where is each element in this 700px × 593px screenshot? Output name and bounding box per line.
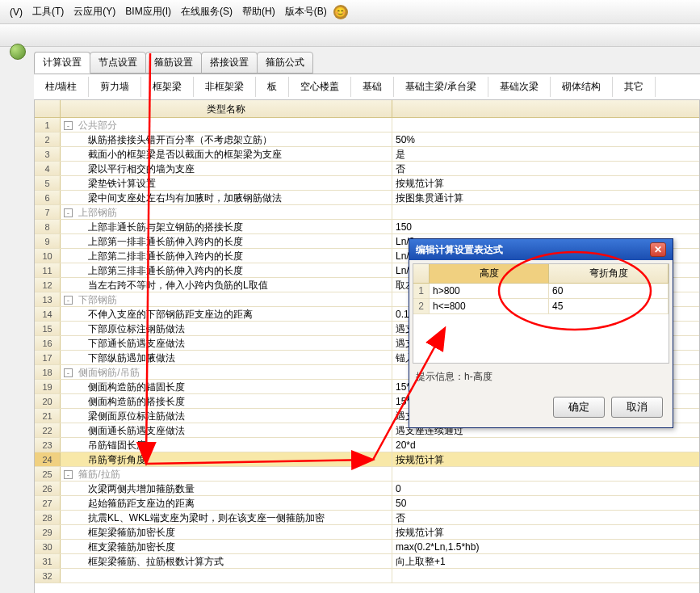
collapse-icon[interactable]: - (64, 208, 73, 217)
setting-name: 起始箍筋距支座边的距离 (61, 496, 392, 510)
subtab-shearwall[interactable]: 剪力墙 (89, 77, 141, 97)
cancel-button[interactable]: 取消 (611, 397, 663, 418)
dialog-title-text: 编辑计算设置表达式 (416, 243, 503, 257)
setting-value[interactable]: 50 (392, 496, 699, 510)
collapse-icon[interactable]: - (64, 296, 73, 305)
table-row[interactable]: 5梁垫铁计算设置按规范计算 (35, 176, 699, 191)
row-number: 6 (35, 191, 61, 204)
table-row[interactable]: 25 - 箍筋/拉筋 (35, 467, 699, 482)
table-row[interactable]: 4梁以平行相交的墙为支座否 (35, 162, 699, 176)
table-row[interactable]: 6梁中间支座处左右均有加腋时，加腋钢筋做法按图集贯通计算 (35, 191, 699, 205)
table-row[interactable]: 7 - 上部钢筋 (35, 205, 699, 220)
collapse-icon[interactable]: - (64, 368, 73, 377)
subtab-foundation[interactable]: 基础 (351, 77, 394, 97)
collapse-icon[interactable]: - (64, 470, 73, 479)
menu-item[interactable]: 帮助(H) (239, 3, 279, 20)
setting-value[interactable]: 否 (392, 162, 699, 175)
setting-value[interactable] (392, 467, 699, 481)
setting-name: - 箍筋/拉筋 (61, 467, 392, 481)
face-icon[interactable]: 😊 (333, 5, 348, 19)
subtab-hollow[interactable]: 空心楼盖 (289, 77, 351, 97)
row-number: 15 (35, 322, 61, 335)
collapse-icon[interactable]: - (64, 121, 73, 130)
setting-name: - 上部钢筋 (61, 205, 392, 219)
tab-stirrup-formula[interactable]: 箍筋公式 (257, 52, 313, 74)
subtab-slab[interactable]: 板 (256, 77, 289, 97)
menu-item[interactable]: (V) (6, 5, 26, 19)
setting-value[interactable]: 向上取整+1 (392, 554, 699, 568)
menu-item[interactable]: 云应用(Y) (70, 3, 119, 20)
setting-value[interactable] (392, 205, 699, 219)
subtab-column[interactable]: 柱/墙柱 (34, 77, 89, 97)
dialog-col-height[interactable]: 高度 (430, 264, 549, 283)
row-number: 5 (35, 176, 61, 190)
dialog-titlebar[interactable]: 编辑计算设置表达式 ✕ (409, 239, 673, 260)
table-row[interactable]: 24吊筋弯折角度按规范计算 (35, 452, 699, 467)
ok-button[interactable]: 确定 (553, 397, 605, 418)
menu-item[interactable]: 工具(T) (29, 3, 67, 20)
menu-item[interactable]: 版本号(B) (282, 3, 330, 20)
setting-value[interactable]: max(0.2*Ln,1.5*hb) (392, 540, 699, 553)
setting-name: 上部非通长筋与架立钢筋的搭接长度 (61, 220, 392, 233)
row-number: 28 (35, 511, 61, 524)
table-row[interactable]: 26次梁两侧共增加箍筋数量0 (35, 482, 699, 496)
menu-item[interactable]: 在线服务(S) (178, 3, 236, 20)
table-row[interactable]: 28抗震KL、WKL端支座为梁时，则在该支座一侧箍筋加密否 (35, 511, 699, 525)
setting-value[interactable]: 50% (392, 132, 699, 146)
setting-value[interactable]: 否 (392, 511, 699, 524)
dialog-col-angle[interactable]: 弯折角度 (549, 264, 669, 283)
setting-value[interactable]: 按规范计算 (392, 525, 699, 539)
setting-name: 框架梁箍筋、拉筋根数计算方式 (61, 554, 392, 568)
setting-value[interactable]: 150 (392, 220, 699, 233)
table-row[interactable]: 32 (35, 569, 699, 583)
setting-value[interactable]: 按规范计算 (392, 452, 699, 466)
setting-name: 不伸入支座的下部钢筋距支座边的距离 (61, 307, 392, 321)
subtab-nonframebeam[interactable]: 非框架梁 (194, 77, 256, 97)
dialog-row[interactable]: 1 h>800 60 (413, 284, 669, 299)
setting-value[interactable]: 0 (392, 482, 699, 495)
table-row[interactable]: 27起始箍筋距支座边的距离50 (35, 496, 699, 511)
tab-lap-settings[interactable]: 搭接设置 (201, 52, 258, 74)
menu-bar: (V) 工具(T) 云应用(Y) BIM应用(I) 在线服务(S) 帮助(H) … (0, 0, 700, 24)
app-icon (10, 44, 26, 60)
row-number: 10 (35, 249, 61, 263)
setting-name: 抗震KL、WKL端支座为梁时，则在该支座一侧箍筋加密 (61, 511, 392, 524)
setting-name: 上部第三排非通长筋伸入跨内的长度 (61, 263, 392, 277)
table-row[interactable]: 1 - 公共部分 (35, 118, 699, 132)
table-row[interactable]: 31框架梁箍筋、拉筋根数计算方式向上取整+1 (35, 554, 699, 569)
setting-value[interactable]: 是 (392, 147, 699, 161)
cell-angle[interactable]: 60 (549, 284, 669, 298)
subtab-other[interactable]: 其它 (613, 77, 656, 97)
row-number: 25 (35, 467, 61, 481)
tab-stirrup-settings[interactable]: 箍筋设置 (145, 52, 202, 74)
table-row[interactable]: 30框支梁箍筋加密长度max(0.2*Ln,1.5*hb) (35, 540, 699, 554)
subtab-foundbeam[interactable]: 基础主梁/承台梁 (394, 77, 488, 97)
table-row[interactable]: 23吊筋锚固长度20*d (35, 438, 699, 452)
cell-height[interactable]: h>800 (430, 284, 549, 298)
row-number: 23 (35, 438, 61, 452)
dialog-row[interactable]: 2 h<=800 45 (413, 299, 669, 314)
setting-value[interactable] (392, 118, 699, 132)
table-row[interactable]: 2纵筋搭接接头错开百分率（不考虑架立筋）50% (35, 132, 699, 147)
setting-name (61, 569, 392, 582)
tab-node-settings[interactable]: 节点设置 (90, 52, 146, 74)
row-number: 32 (35, 569, 61, 582)
setting-name: 下部通长筋遇支座做法 (61, 336, 392, 350)
setting-value[interactable]: 20*d (392, 438, 699, 452)
row-number: 24 (35, 452, 61, 466)
table-row[interactable]: 8上部非通长筋与架立钢筋的搭接长度150 (35, 220, 699, 234)
subtab-foundsec[interactable]: 基础次梁 (488, 77, 551, 97)
setting-value[interactable]: 按图集贯通计算 (392, 191, 699, 204)
menu-item[interactable]: BIM应用(I) (122, 3, 174, 20)
setting-name: 截面小的框架梁是否以截面大的框架梁为支座 (61, 147, 392, 161)
setting-value[interactable]: 按规范计算 (392, 176, 699, 190)
close-icon[interactable]: ✕ (650, 242, 666, 257)
setting-value[interactable] (392, 569, 699, 582)
cell-angle[interactable]: 45 (549, 299, 669, 313)
table-row[interactable]: 29框架梁箍筋加密长度按规范计算 (35, 525, 699, 540)
table-row[interactable]: 3截面小的框架梁是否以截面大的框架梁为支座是 (35, 147, 699, 162)
tab-calc-settings[interactable]: 计算设置 (34, 52, 90, 74)
subtab-framebeam[interactable]: 框架梁 (141, 77, 194, 97)
cell-height[interactable]: h<=800 (430, 299, 549, 313)
subtab-masonry[interactable]: 砌体结构 (551, 77, 613, 97)
